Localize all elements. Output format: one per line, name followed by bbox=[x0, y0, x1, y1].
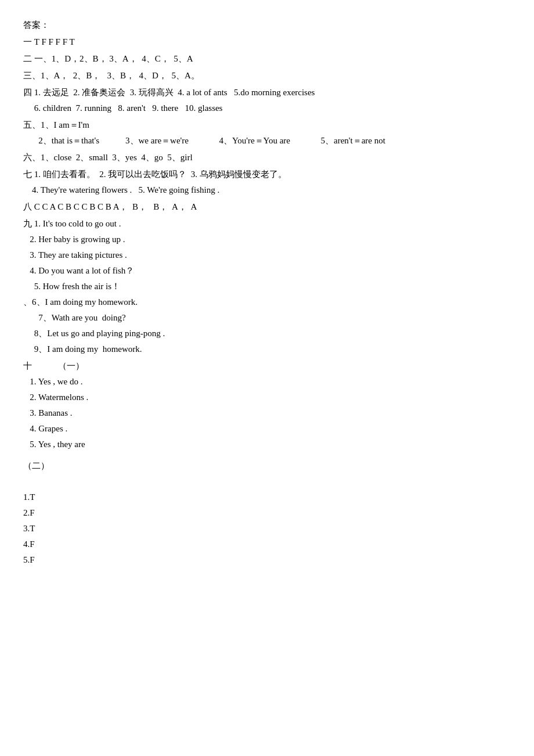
section-seven-line2: 4. They're watering flowers . 5. We're g… bbox=[23, 182, 511, 198]
section-nine-line1: 九 1. It's too cold to go out . bbox=[23, 216, 511, 232]
title-text: 答案： bbox=[23, 17, 511, 33]
section-ten: 十 （一） 1. Yes , we do . 2. Watermelons . … bbox=[23, 358, 511, 452]
section-eight: 八 C C A C B C C B C B A， B， B， A， A bbox=[23, 199, 511, 215]
section-nine-line9: 9、I am doing my homework. bbox=[23, 341, 511, 357]
section-eleven: （二） 1.T 2.F 3.T 4.F 5.F bbox=[23, 458, 511, 568]
section-five-line1: 五、1、I am＝I'm bbox=[23, 117, 511, 133]
section-one-text: 一 T F F F F T bbox=[23, 34, 511, 50]
section-three-text: 三、1、A， 2、B， 3、B， 4、D， 5、A。 bbox=[23, 68, 511, 84]
section-one: 一 T F F F F T bbox=[23, 34, 511, 50]
section-eleven-item2: 2.F bbox=[23, 505, 511, 521]
section-eleven-item3: 3.T bbox=[23, 521, 511, 537]
section-nine-line3: 3. They are taking pictures . bbox=[23, 247, 511, 263]
section-eleven-item4: 4.F bbox=[23, 537, 511, 552]
section-five-line2: 2、that is＝that's 3、we are＝we're 4、You're… bbox=[23, 133, 511, 149]
section-ten-item4: 4. Grapes . bbox=[23, 421, 511, 437]
section-six-text: 六、1、close 2、small 3、yes 4、go 5、girl bbox=[23, 150, 511, 165]
section-four-line1: 四 1. 去远足 2. 准备奥运会 3. 玩得高兴 4. a lot of an… bbox=[23, 85, 511, 100]
section-four: 四 1. 去远足 2. 准备奥运会 3. 玩得高兴 4. a lot of an… bbox=[23, 85, 511, 116]
section-ten-item5: 5. Yes , they are bbox=[23, 437, 511, 452]
section-two-text: 二 一、1、D，2、B， 3、A， 4、C， 5、A bbox=[23, 51, 511, 67]
title-line: 答案： bbox=[23, 17, 511, 33]
section-ten-item1: 1. Yes , we do . bbox=[23, 374, 511, 390]
answer-sheet: 答案： 一 T F F F F T 二 一、1、D，2、B， 3、A， 4、C，… bbox=[23, 17, 511, 568]
section-ten-item2: 2. Watermelons . bbox=[23, 390, 511, 405]
section-two: 二 一、1、D，2、B， 3、A， 4、C， 5、A bbox=[23, 51, 511, 67]
section-nine-line7: 7、Wath are you doing? bbox=[23, 310, 511, 326]
section-eleven-item1: 1.T bbox=[23, 489, 511, 505]
section-seven: 七 1. 咱们去看看。 2. 我可以出去吃饭吗？ 3. 乌鸦妈妈慢慢变老了。 4… bbox=[23, 167, 511, 198]
section-four-line2: 6. children 7. running 8. aren't 9. ther… bbox=[23, 100, 511, 116]
section-eleven-header: （二） bbox=[23, 458, 511, 474]
section-ten-header: 十 （一） bbox=[23, 358, 511, 374]
section-nine-line5: 5. How fresh the air is！ bbox=[23, 279, 511, 294]
section-three: 三、1、A， 2、B， 3、B， 4、D， 5、A。 bbox=[23, 68, 511, 84]
section-six: 六、1、close 2、small 3、yes 4、go 5、girl bbox=[23, 150, 511, 165]
section-five: 五、1、I am＝I'm 2、that is＝that's 3、we are＝w… bbox=[23, 117, 511, 149]
section-nine-line2: 2. Her baby is growing up . bbox=[23, 232, 511, 247]
section-nine-line4: 4. Do you want a lot of fish？ bbox=[23, 263, 511, 279]
section-seven-line1: 七 1. 咱们去看看。 2. 我可以出去吃饭吗？ 3. 乌鸦妈妈慢慢变老了。 bbox=[23, 167, 511, 182]
section-nine: 九 1. It's too cold to go out . 2. Her ba… bbox=[23, 216, 511, 357]
section-ten-item3: 3. Bananas . bbox=[23, 405, 511, 421]
section-nine-line6: 、6、I am doing my homework. bbox=[23, 294, 511, 310]
section-eleven-item5: 5.F bbox=[23, 552, 511, 568]
section-eight-text: 八 C C A C B C C B C B A， B， B， A， A bbox=[23, 199, 511, 215]
section-nine-line8: 8、Let us go and playing ping-pong . bbox=[23, 326, 511, 341]
